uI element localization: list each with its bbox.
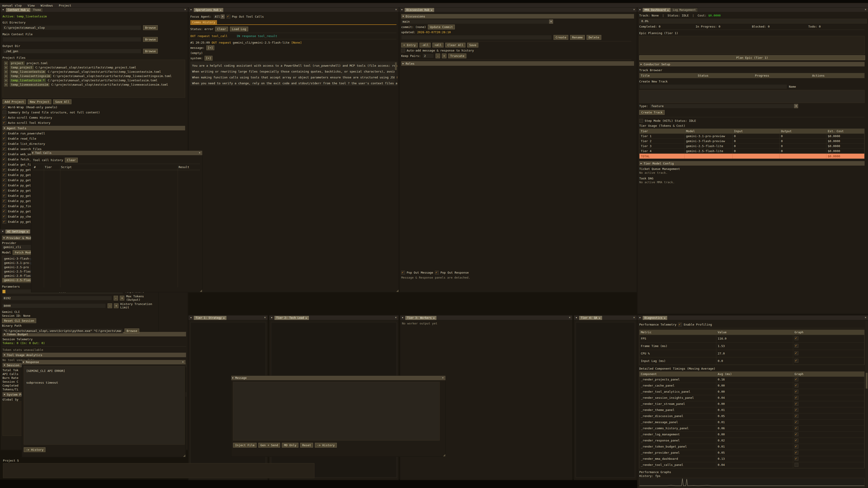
response-history-button[interactable]: -> History bbox=[24, 447, 45, 452]
remove-file-button[interactable]: x bbox=[4, 61, 8, 65]
close-icon[interactable]: × bbox=[632, 8, 636, 11]
tab-diagnostics[interactable]: Diagnostics× bbox=[643, 316, 668, 320]
collapse-icon[interactable]: ▼ bbox=[188, 7, 193, 12]
project-file-chip[interactable]: temp_liveexecutionsim bbox=[10, 83, 50, 87]
project-file-chip[interactable]: temp_project bbox=[10, 66, 34, 69]
collapse-icon[interactable]: ▼ bbox=[0, 229, 5, 234]
collapse-icon[interactable]: ▼ bbox=[574, 315, 579, 320]
menu-item-view[interactable]: View bbox=[28, 4, 35, 7]
graph-checkbox[interactable] bbox=[795, 408, 798, 412]
message-input-box[interactable] bbox=[233, 382, 440, 441]
close-icon[interactable]: × bbox=[864, 316, 867, 319]
close-icon[interactable]: × bbox=[223, 316, 225, 320]
graph-checkbox[interactable] bbox=[795, 344, 798, 348]
ops-load-log-button[interactable]: Load Log bbox=[230, 27, 248, 31]
history-limit-plus-button[interactable]: + bbox=[114, 303, 119, 308]
menu-item-windows[interactable]: Windows bbox=[40, 4, 53, 7]
remove-file-button[interactable]: x bbox=[4, 78, 8, 82]
project-action-button[interactable]: Add Project bbox=[2, 99, 26, 104]
close-icon[interactable]: × bbox=[394, 316, 398, 319]
tab-discussion-hub[interactable]: Discussion Hub× bbox=[404, 8, 434, 12]
truncate-button[interactable]: Truncate bbox=[448, 54, 467, 58]
expand-system-button[interactable]: [+] bbox=[205, 56, 213, 61]
collapse-icon[interactable]: ▼ bbox=[638, 315, 643, 320]
project-system-box[interactable] bbox=[3, 463, 314, 478]
message-titlebar[interactable]: ▼Message × bbox=[231, 376, 445, 381]
graph-checkbox[interactable] bbox=[795, 359, 798, 363]
step-mode-checkbox[interactable]: Step Mode (HITL) Status: IDLE bbox=[639, 119, 866, 123]
tool-calls-clear-button[interactable]: Clear bbox=[65, 158, 78, 162]
conductor-setup-header[interactable]: ▶Conductor Setup bbox=[639, 62, 865, 66]
main-context-file-input[interactable] bbox=[2, 37, 141, 42]
binary-path-input[interactable] bbox=[2, 328, 123, 333]
keep-pairs-input[interactable] bbox=[423, 54, 434, 58]
graph-checkbox[interactable] bbox=[795, 451, 798, 455]
agent-tools-header[interactable]: ▼Agent Tools bbox=[2, 126, 185, 130]
history-limit-input[interactable] bbox=[2, 303, 106, 308]
close-icon[interactable]: × bbox=[27, 8, 29, 12]
graph-checkbox[interactable] bbox=[795, 351, 798, 355]
tool-usage-header[interactable]: ▼Tool Usage Analytics bbox=[2, 353, 186, 357]
close-icon[interactable]: × bbox=[183, 8, 187, 11]
project-file-chip[interactable]: temp_livetoolssim * bbox=[10, 78, 46, 82]
project-file-chip[interactable]: temp_liveaisettingssim bbox=[10, 74, 51, 78]
history-limit-minus-button[interactable]: - bbox=[107, 303, 112, 308]
project-file-row[interactable]: x temp_liveexecutionsim C:\projects\manu… bbox=[4, 83, 184, 87]
project-file-row[interactable]: x temp_livecontextsim C:\projects\manual… bbox=[4, 70, 184, 74]
keep-pairs-minus-button[interactable]: - bbox=[436, 54, 440, 58]
message-action-button[interactable]: Reset bbox=[300, 443, 313, 448]
tool-checkbox[interactable]: Enable run_powershell bbox=[2, 131, 186, 135]
close-icon[interactable]: × bbox=[568, 316, 571, 319]
project-file-chip[interactable]: project bbox=[10, 61, 25, 65]
collapse-icon[interactable]: ▼ bbox=[638, 7, 643, 12]
remove-file-button[interactable]: x bbox=[4, 70, 8, 74]
tab-tier1[interactable]: Tier 1: Strategy× bbox=[193, 316, 227, 320]
graph-checkbox[interactable] bbox=[795, 396, 798, 400]
project-file-chip[interactable]: temp_livecontextsim bbox=[10, 70, 46, 74]
entry-action-button[interactable]: + Entry bbox=[401, 43, 418, 47]
close-icon[interactable]: × bbox=[632, 316, 636, 319]
entry-action-button[interactable]: Clear All bbox=[445, 43, 465, 47]
max-tokens-input[interactable] bbox=[2, 296, 112, 300]
tab-tier3[interactable]: Tier 3: Workers× bbox=[405, 316, 437, 320]
option-checkbox[interactable]: Word-Wrap (Read-only panels) bbox=[2, 105, 186, 109]
project-file-row[interactable]: x temp_liveaisettingssim C:\projects\man… bbox=[4, 74, 184, 78]
graph-checkbox[interactable] bbox=[795, 426, 798, 430]
keep-pairs-plus-button[interactable]: + bbox=[442, 54, 446, 58]
tab-tier4[interactable]: Tier 4: QA× bbox=[579, 316, 602, 320]
update-commit-button[interactable]: Update Commit bbox=[428, 25, 455, 29]
close-icon[interactable]: × bbox=[181, 360, 185, 363]
close-icon[interactable]: × bbox=[394, 8, 398, 11]
rename-discussion-button[interactable]: Rename bbox=[570, 35, 585, 40]
close-icon[interactable]: × bbox=[198, 151, 202, 154]
entry-action-button[interactable]: -All bbox=[420, 43, 431, 47]
tab-log-management[interactable]: Log Management bbox=[671, 8, 698, 12]
close-icon[interactable]: × bbox=[667, 8, 669, 12]
enable-profiling-checkbox[interactable]: Enable Profiling bbox=[678, 322, 712, 327]
project-file-row[interactable]: x temp_livetoolssim * C:\projects\manual… bbox=[4, 78, 184, 82]
project-file-row[interactable]: x project project.toml bbox=[4, 61, 184, 65]
collapse-icon[interactable]: ▼ bbox=[188, 315, 193, 320]
graph-checkbox[interactable] bbox=[795, 445, 798, 449]
comms-entry-line[interactable]: #1 20:25:09 OUT request gemini_cli/gemin… bbox=[190, 41, 397, 44]
graph-checkbox[interactable] bbox=[795, 457, 798, 461]
entry-action-button[interactable]: +All bbox=[432, 43, 443, 47]
message-action-button[interactable]: Inject File bbox=[233, 443, 256, 448]
output-dir-input[interactable] bbox=[2, 49, 141, 54]
graph-checkbox[interactable] bbox=[795, 336, 798, 340]
track-type-combo[interactable]: feature▼ bbox=[650, 104, 798, 108]
close-icon[interactable]: × bbox=[441, 376, 445, 379]
message-action-button[interactable]: MD Only bbox=[282, 443, 298, 448]
system-scrollbar[interactable] bbox=[395, 62, 397, 83]
popout-response-checkbox[interactable]: Pop Out Response bbox=[435, 270, 469, 275]
remove-file-button[interactable]: x bbox=[4, 66, 8, 69]
roles-header[interactable]: ▶Roles bbox=[401, 61, 634, 66]
project-action-button[interactable]: New Project bbox=[28, 99, 51, 104]
tool-checkbox[interactable]: Enable list_directory bbox=[2, 142, 186, 146]
graph-checkbox[interactable] bbox=[795, 402, 798, 406]
close-icon[interactable]: × bbox=[263, 316, 267, 319]
close-icon[interactable]: × bbox=[664, 316, 665, 320]
tool-calls-titlebar[interactable]: ▼Tool Calls × bbox=[31, 151, 202, 156]
resize-grip[interactable] bbox=[396, 290, 399, 292]
diagnostics-scrollbar[interactable] bbox=[866, 321, 868, 487]
